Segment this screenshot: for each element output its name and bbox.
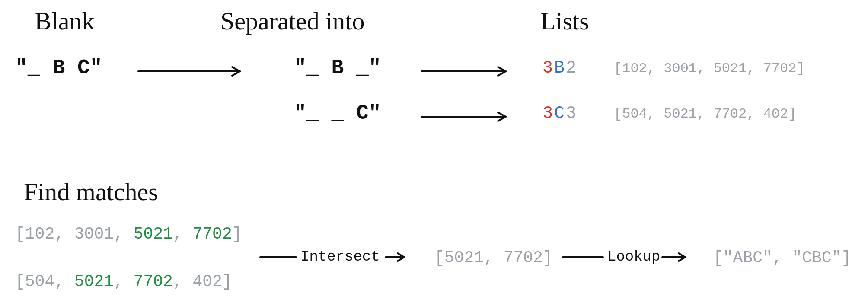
heading-blank: Blank xyxy=(35,6,95,35)
code-row2-num1: 3 xyxy=(542,104,554,123)
match-list-a-val-7702: 7702 xyxy=(192,225,232,243)
separated-row2-text: "_ _ C" xyxy=(294,102,381,125)
separated-row2: "_ _ C" xyxy=(294,102,381,125)
code-row1-num2: 2 xyxy=(566,58,578,78)
code-row1: 3B2 xyxy=(542,58,578,78)
code-row2: 3C3 xyxy=(542,104,578,123)
match-list-b-seg4: , 402] xyxy=(173,272,232,291)
arrow-icon xyxy=(661,251,692,264)
arrow-icon xyxy=(136,63,249,80)
match-list-a: [102, 3001, 5021, 7702] xyxy=(15,225,242,243)
separated-row1-text: "_ B _" xyxy=(294,56,381,80)
code-row2-letter: C xyxy=(554,104,566,123)
match-list-a-seg3: , xyxy=(173,225,193,243)
arrow-icon xyxy=(385,251,411,264)
lookup-result: ["ABC", "CBC"] xyxy=(713,249,851,267)
arrow-icon xyxy=(562,251,605,264)
match-list-a-val-5021: 5021 xyxy=(134,225,173,243)
match-list-b-val-7702: 7702 xyxy=(134,272,173,291)
op-lookup-label: Lookup xyxy=(607,249,660,265)
match-list-a-seg0: [102, xyxy=(15,225,74,243)
match-list-b-seg0: [504, xyxy=(15,272,74,291)
blank-input: "_ B C" xyxy=(15,56,102,80)
match-list-a-seg1: 3001, xyxy=(74,225,134,243)
op-intersect-label: Intersect xyxy=(300,249,380,265)
match-list-a-seg5: ] xyxy=(232,225,242,243)
code-row2-num2: 3 xyxy=(566,104,578,123)
list-row2: [504, 5021, 7702, 402] xyxy=(614,106,796,122)
intersect-result: [5021, 7702] xyxy=(434,249,553,267)
separated-row1: "_ B _" xyxy=(294,56,381,80)
match-list-b-seg2: , xyxy=(114,272,134,291)
code-row1-letter: B xyxy=(554,58,566,78)
blank-input-text: "_ B C" xyxy=(15,56,102,80)
heading-find-matches: Find matches xyxy=(24,177,158,206)
arrow-icon xyxy=(419,108,514,125)
diagram-stage: Blank Separated into Lists "_ B C" "_ B … xyxy=(0,0,868,306)
arrow-icon xyxy=(259,251,298,264)
match-list-b: [504, 5021, 7702, 402] xyxy=(15,272,232,291)
code-row1-num1: 3 xyxy=(542,58,554,78)
list-row1: [102, 3001, 5021, 7702] xyxy=(614,61,805,76)
arrow-icon xyxy=(419,63,514,80)
heading-separated: Separated into xyxy=(220,6,364,35)
heading-lists: Lists xyxy=(540,6,589,35)
match-list-b-val-5021: 5021 xyxy=(74,272,114,291)
